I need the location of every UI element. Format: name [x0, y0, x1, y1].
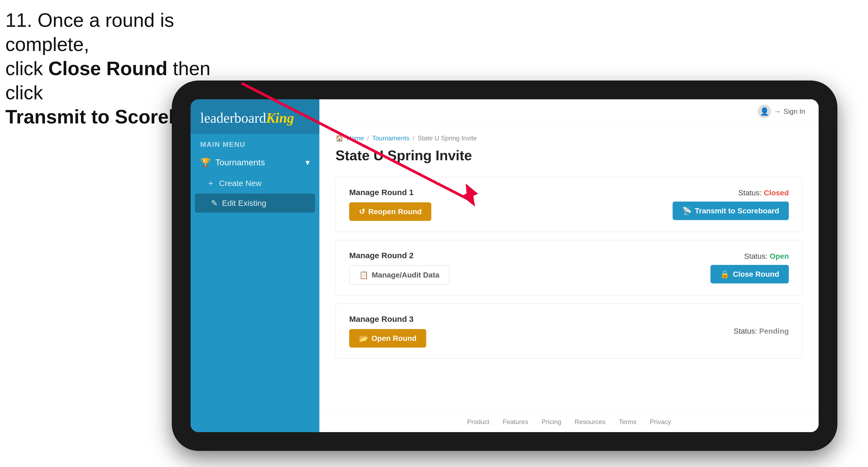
instruction-line1: 11. Once a round is complete, — [5, 9, 174, 55]
round1-left: Manage Round 1 ↺ Reopen Round — [349, 188, 431, 221]
tablet-screen: leaderboardKing MAIN MENU 🏆 Tournaments … — [191, 99, 818, 432]
sidebar-item-create-new[interactable]: ＋ Create New — [191, 173, 319, 193]
round3-status-value: Pending — [759, 327, 789, 335]
reopen-round-button[interactable]: ↺ Reopen Round — [349, 203, 431, 221]
open-round-button[interactable]: 📂 Open Round — [349, 329, 426, 348]
round2-section: Manage Round 2 📋 Manage/Audit Data Statu… — [336, 240, 803, 295]
manage-audit-button[interactable]: 📋 Manage/Audit Data — [349, 266, 449, 284]
reopen-round-label: Reopen Round — [368, 208, 422, 216]
round3-title: Manage Round 3 — [349, 315, 426, 324]
footer-pricing[interactable]: Pricing — [541, 418, 561, 426]
round2-status: Status: Open — [744, 252, 789, 260]
transmit-scoreboard-label: Transmit to Scoreboard — [695, 207, 779, 215]
audit-icon: 📋 — [359, 271, 369, 279]
trophy-icon: 🏆 — [200, 157, 211, 167]
round1-title: Manage Round 1 — [349, 188, 431, 197]
footer-terms[interactable]: Terms — [619, 418, 637, 426]
create-new-label: Create New — [219, 179, 261, 188]
page-title: State U Spring Invite — [336, 147, 803, 163]
logo-king: King — [266, 110, 294, 126]
open-round-label: Open Round — [371, 334, 416, 343]
footer-product[interactable]: Product — [467, 418, 489, 426]
round2-left: Manage Round 2 📋 Manage/Audit Data — [349, 251, 449, 284]
tablet-frame: leaderboardKing MAIN MENU 🏆 Tournaments … — [172, 81, 837, 451]
arrow-right-icon: → — [774, 107, 781, 116]
sidebar-item-tournaments[interactable]: 🏆 Tournaments ▾ — [191, 152, 319, 173]
footer-features[interactable]: Features — [503, 418, 528, 426]
breadcrumb-current: State U Spring Invite — [417, 134, 477, 142]
round2-status-label: Status: — [744, 252, 767, 260]
instruction-line2-prefix: click — [5, 58, 48, 79]
round3-right: Status: Pending — [734, 327, 789, 336]
sign-in-button[interactable]: 👤 → Sign In — [758, 105, 805, 118]
sign-in-label: Sign In — [783, 107, 805, 116]
footer-privacy[interactable]: Privacy — [650, 418, 671, 426]
breadcrumb-tournaments[interactable]: Tournaments — [372, 134, 410, 142]
app-logo: leaderboardKing — [200, 110, 310, 126]
instruction-close-round: Close Round — [48, 58, 167, 79]
close-round-button[interactable]: 🔒 Close Round — [710, 265, 789, 283]
breadcrumb-sep1: / — [367, 134, 369, 142]
breadcrumb-sep2: / — [412, 134, 414, 142]
reopen-icon: ↺ — [359, 207, 365, 216]
plus-icon: ＋ — [207, 178, 215, 189]
manage-audit-label: Manage/Audit Data — [372, 271, 439, 279]
round3-status-label: Status: — [734, 327, 757, 335]
sidebar-logo: leaderboardKing — [191, 99, 319, 134]
round1-status-label: Status: — [738, 189, 762, 197]
footer-resources[interactable]: Resources — [575, 418, 606, 426]
top-nav: 👤 → Sign In — [319, 99, 818, 124]
transmit-scoreboard-button[interactable]: 📡 Transmit to Scoreboard — [673, 201, 789, 220]
main-content: 👤 → Sign In 🏠 Home / Tournaments / State… — [319, 99, 818, 432]
round1-section: Manage Round 1 ↺ Reopen Round Status: Cl… — [336, 177, 803, 232]
content-area: 🏠 Home / Tournaments / State U Spring In… — [319, 124, 818, 411]
edit-existing-label: Edit Existing — [222, 198, 266, 208]
tournaments-label: Tournaments — [215, 158, 265, 167]
open-icon: 📂 — [359, 334, 368, 343]
round1-status-value: Closed — [764, 189, 789, 197]
chevron-down-icon: ▾ — [305, 157, 310, 167]
footer: Product Features Pricing Resources Terms… — [319, 411, 818, 432]
close-round-label: Close Round — [733, 270, 779, 279]
round1-status: Status: Closed — [738, 189, 789, 197]
lock-icon: 🔒 — [720, 270, 730, 279]
round2-right: Status: Open 🔒 Close Round — [710, 252, 789, 283]
round1-right: Status: Closed 📡 Transmit to Scoreboard — [673, 189, 789, 220]
breadcrumb-home[interactable]: Home — [347, 134, 364, 142]
user-avatar: 👤 — [758, 105, 771, 118]
sidebar: leaderboardKing MAIN MENU 🏆 Tournaments … — [191, 99, 319, 432]
breadcrumb: 🏠 Home / Tournaments / State U Spring In… — [336, 134, 803, 142]
edit-icon: ✎ — [211, 198, 218, 208]
round3-left: Manage Round 3 📂 Open Round — [349, 315, 426, 348]
round2-status-value: Open — [770, 252, 789, 260]
round2-title: Manage Round 2 — [349, 251, 449, 260]
sidebar-item-edit-existing[interactable]: ✎ Edit Existing — [195, 193, 315, 213]
transmit-icon: 📡 — [682, 207, 692, 215]
round3-status: Status: Pending — [734, 327, 789, 336]
main-menu-label: MAIN MENU — [191, 134, 319, 152]
home-icon: 🏠 — [336, 134, 344, 142]
round3-section: Manage Round 3 📂 Open Round Status: Pend… — [336, 304, 803, 359]
